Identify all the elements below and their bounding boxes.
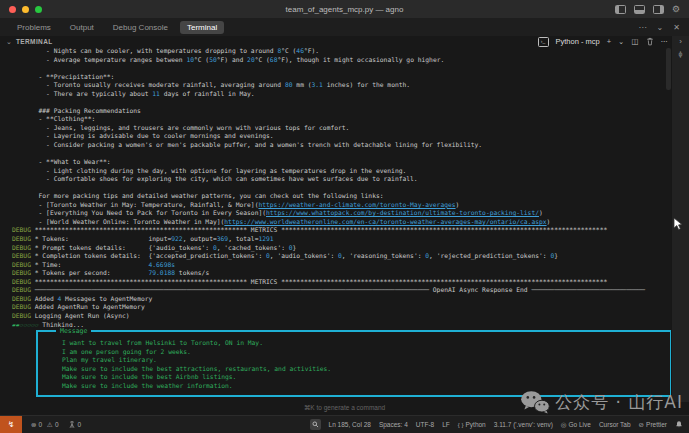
warning-icon: ⚠	[47, 421, 53, 429]
new-terminal-icon[interactable]: +	[607, 37, 611, 46]
launch-profile-chevron-icon[interactable]: ⌄	[618, 37, 624, 46]
terminal-text-segment: days of rainfall in May.	[160, 90, 255, 97]
terminal-header: ⌄ TERMINAL ›_ Python - mcp + ⌄ ◫ ⋯	[0, 36, 672, 47]
message-line: Make sure to include the best Airbnb lis…	[38, 373, 670, 382]
terminal-more-actions-icon[interactable]: ⋯	[661, 37, 669, 46]
terminal-line	[0, 150, 672, 159]
lightning-icon: ↯	[8, 420, 15, 429]
terminal-text-segment: , 'cached_tokens':	[217, 244, 289, 251]
terminal-text-segment: - Average temperature ranges between	[12, 56, 186, 63]
error-icon: ⊗	[31, 421, 36, 429]
kill-terminal-icon[interactable]	[646, 37, 654, 46]
language-mode[interactable]: { } Python	[458, 421, 486, 428]
terminal-text-segment: ****************************************…	[31, 278, 607, 285]
status-bar: ↯ ⊗ 0 ⚠ 0 0 Ln 185, Col 28 Spaces: 4 UTF…	[0, 415, 689, 433]
terminal-link[interactable]: https://www.worldweatheronline.com/en-ca…	[224, 218, 546, 225]
terminal-text-segment: DEBUG	[12, 278, 31, 285]
terminal-line: DEBUG Added AgentRun to AgentMemory	[0, 303, 672, 312]
terminal-profile-icon: ›_	[538, 37, 549, 47]
go-live-button[interactable]: ◎ Go Live	[561, 421, 591, 429]
terminal-line: - Consider packing a women's or men's pa…	[0, 141, 672, 150]
terminal-text-segment: 10	[186, 56, 194, 63]
terminal-text-segment: , 'rejected_prediction_tokens':	[429, 252, 550, 259]
terminal-text-segment: 922	[171, 235, 182, 242]
terminal-text-segment: ▰▰	[12, 321, 20, 328]
terminal-text-segment: Messages to AgentMemory	[61, 295, 152, 302]
watermark-text: 公众号 · 山行AI	[555, 391, 683, 414]
terminal-link[interactable]: https://www.whattopack.com/by-destinatio…	[266, 209, 539, 216]
terminal-line: ### Packing Recommendations	[0, 107, 672, 116]
tab-output[interactable]: Output	[63, 21, 101, 34]
remote-indicator[interactable]: ↯	[0, 416, 22, 433]
terminal-link[interactable]: https://weather-and-climate.com/toronto-…	[258, 201, 455, 208]
split-terminal-icon[interactable]: ◫	[631, 37, 638, 46]
notifications-bell[interactable]	[675, 420, 683, 429]
terminal-line: - **Clothing**:	[0, 115, 672, 124]
terminal-text-segment: Logging Agent Run (Async)	[31, 312, 130, 319]
terminal-text-segment: 3.1	[312, 81, 323, 88]
indentation-setting[interactable]: Spaces: 4	[379, 421, 408, 428]
terminal-text-segment: - Nights can be cooler, with temperature…	[12, 47, 277, 54]
close-window-button[interactable]	[9, 6, 16, 13]
terminal-text-segment: )	[456, 201, 460, 208]
terminal-text-segment: DEBUG	[12, 252, 31, 259]
terminal-line: - [World Weather Online: Toronto Weather…	[0, 218, 672, 227]
terminal-text-segment: For more packing tips and detailed weath…	[12, 192, 384, 199]
terminal-text-segment: ▱▱▱▱▱	[20, 321, 39, 328]
terminal-text-segment: ****************************************…	[31, 226, 607, 233]
chevron-down-icon[interactable]: ⌄	[6, 38, 12, 46]
terminal-text-segment: DEBUG	[12, 312, 31, 319]
eol-setting[interactable]: LF	[442, 421, 450, 428]
status-right: Ln 185, Col 28 Spaces: 4 UTF-8 LF { } Py…	[310, 419, 683, 430]
layout-controls: ⚙	[615, 5, 680, 14]
window-title: team_of_agents_mcp.py — agno	[0, 5, 689, 14]
vscode-window: team_of_agents_mcp.py — agno ⚙ Problems …	[0, 0, 689, 433]
customize-layout-icon[interactable]: ⚙	[672, 5, 680, 14]
message-box: Message I want to travel from Helsinki t…	[36, 330, 672, 397]
cursor-position[interactable]: Ln 185, Col 28	[329, 421, 371, 428]
terminal-text-segment: * Tokens per second:	[31, 269, 149, 276]
toggle-panel-icon[interactable]	[634, 5, 645, 14]
terminal-text-segment: * Tokens: input=	[31, 235, 171, 242]
problems-indicator[interactable]: ⊗ 0 ⚠ 0	[31, 421, 59, 429]
encoding-setting[interactable]: UTF-8	[416, 421, 434, 428]
terminal-line: DEBUG Added 4 Messages to AgentMemory	[0, 295, 672, 304]
terminal-line: - There are typically about 11 days of r…	[0, 90, 672, 99]
terminal-line: - Nights can be cooler, with temperature…	[0, 47, 672, 56]
terminal-text-segment: * Time:	[31, 261, 149, 268]
screencast-zoom-icon[interactable]	[310, 419, 321, 430]
expand-terminal-tabs-icon[interactable]: ›	[679, 37, 682, 46]
terminal-shell-label[interactable]: Python - mcp	[556, 37, 600, 46]
tab-debug-console[interactable]: Debug Console	[106, 21, 175, 34]
toggle-sidebar-icon[interactable]	[615, 5, 626, 14]
terminal-line: - Toronto usually receives moderate rain…	[0, 81, 672, 90]
more-actions-icon[interactable]: ⋯	[639, 23, 647, 32]
terminal-text-segment: DEBUG	[12, 244, 31, 251]
terminal-text-segment: °F) and	[217, 56, 247, 63]
chevron-down-icon[interactable]: ⌄	[657, 23, 664, 32]
terminal-scrollbar[interactable]	[666, 48, 671, 90]
terminal-line: - **What to Wear**:	[0, 158, 672, 167]
cursor-tab-indicator[interactable]: Cursor Tab	[599, 421, 631, 428]
tab-problems[interactable]: Problems	[10, 21, 58, 34]
ports-indicator[interactable]: 0	[68, 420, 82, 429]
close-panel-icon[interactable]: ✕	[673, 23, 680, 32]
title-bar: team_of_agents_mcp.py — agno ⚙	[0, 0, 689, 18]
terminal-line: DEBUG * Completion tokens details: {'acc…	[0, 252, 672, 261]
terminal-text-segment: - [Toronto Weather in May: Temperature, …	[12, 201, 258, 208]
minimize-window-button[interactable]	[22, 6, 29, 13]
message-line: I am one person going for 2 weeks.	[38, 348, 670, 357]
maximize-window-button[interactable]	[35, 6, 42, 13]
python-interpreter[interactable]: 3.11.7 ('.venv': venv)	[494, 421, 553, 428]
terminal-toolbar: ›_ Python - mcp + ⌄ ◫ ⋯	[538, 37, 668, 47]
terminal-line: DEBUG * Prompt tokens details: {'audio_t…	[0, 244, 672, 253]
tab-terminal[interactable]: Terminal	[180, 21, 224, 34]
braces-icon: { }	[458, 422, 464, 428]
toggle-secondary-sidebar-icon[interactable]	[653, 5, 664, 14]
terminal-line	[0, 184, 672, 193]
terminal-text-segment: }	[293, 244, 297, 251]
terminal-text-segment: 79.0188	[149, 269, 176, 276]
terminal-text-segment: - [World Weather Online: Toronto Weather…	[12, 218, 224, 225]
terminal-text-segment: 369	[217, 235, 228, 242]
prettier-indicator[interactable]: ⊘ Prettier	[639, 421, 667, 429]
